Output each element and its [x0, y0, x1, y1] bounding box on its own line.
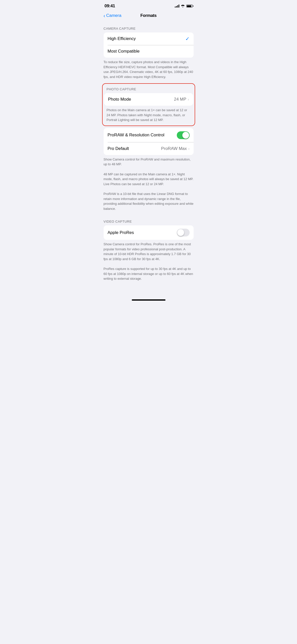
- apple-prores-toggle[interactable]: [177, 229, 190, 236]
- proraw-card: ProRAW & Resolution Control Pro Default …: [104, 128, 194, 155]
- back-button[interactable]: ‹ Camera: [104, 13, 121, 18]
- back-chevron-icon: ‹: [104, 13, 105, 18]
- toggle-knob: [182, 132, 189, 139]
- pro-default-label: Pro Default: [108, 146, 129, 151]
- status-time: 09:41: [105, 4, 115, 9]
- proraw-description2: 48 MP can be captured on the Main camera…: [100, 171, 198, 191]
- pro-default-row[interactable]: Pro Default ProRAW Max ›: [104, 142, 194, 155]
- most-compatible-label: Most Compatible: [108, 49, 140, 54]
- content: CAMERA CAPTURE High Efficiency ✓ Most Co…: [100, 22, 198, 295]
- status-icons: [175, 4, 193, 8]
- home-indicator: [132, 299, 165, 301]
- camera-capture-section-label: CAMERA CAPTURE: [100, 22, 198, 32]
- photo-capture-description: Photos on the Main camera at 1× can be s…: [103, 106, 195, 126]
- pro-default-value: ProRAW Max: [161, 146, 187, 151]
- pro-default-value-container: ProRAW Max ›: [161, 146, 190, 151]
- signal-icon: [175, 5, 179, 8]
- high-efficiency-checkmark: ✓: [185, 36, 190, 42]
- most-compatible-row[interactable]: Most Compatible: [104, 45, 194, 58]
- video-capture-card: Apple ProRes: [104, 225, 194, 240]
- photo-mode-chevron-icon: ›: [188, 97, 189, 101]
- video-capture-description2: ProRes capture is supported for up to 30…: [100, 265, 198, 285]
- wifi-icon: [181, 4, 185, 8]
- photo-mode-label: Photo Mode: [108, 97, 131, 102]
- proraw-description1: Show Camera control for ProRAW and maxim…: [100, 155, 198, 171]
- photo-capture-highlighted: PHOTO CAPTURE Photo Mode 24 MP › Photos …: [102, 83, 195, 126]
- proraw-label: ProRAW & Resolution Control: [108, 133, 164, 138]
- photo-mode-value: 24 MP: [174, 97, 186, 102]
- nav-bar: ‹ Camera Formats: [100, 11, 198, 22]
- proraw-description3: ProRAW is a 10-bit file that uses the Li…: [100, 190, 198, 215]
- video-capture-description1: Show Camera control for ProRes. ProRes i…: [100, 240, 198, 265]
- apple-prores-row[interactable]: Apple ProRes: [104, 225, 194, 240]
- status-bar: 09:41: [100, 0, 198, 11]
- video-capture-section-label: VIDEO CAPTURE: [100, 215, 198, 225]
- high-efficiency-row[interactable]: High Efficiency ✓: [104, 32, 194, 45]
- photo-mode-row[interactable]: Photo Mode 24 MP ›: [104, 93, 193, 106]
- photo-capture-section-label: PHOTO CAPTURE: [103, 84, 195, 93]
- apple-prores-label: Apple ProRes: [108, 230, 134, 235]
- page-title: Formats: [140, 13, 156, 18]
- high-efficiency-label: High Efficiency: [108, 36, 136, 41]
- pro-default-chevron-icon: ›: [188, 147, 190, 151]
- back-label: Camera: [106, 13, 121, 18]
- proraw-toggle-row[interactable]: ProRAW & Resolution Control: [104, 128, 194, 142]
- camera-capture-card: High Efficiency ✓ Most Compatible: [104, 32, 194, 58]
- photo-mode-value-container: 24 MP ›: [174, 97, 189, 102]
- photo-capture-card: Photo Mode 24 MP ›: [104, 93, 193, 106]
- proraw-toggle[interactable]: [177, 131, 190, 139]
- battery-icon: [186, 5, 193, 8]
- camera-capture-description: To reduce file size, capture photos and …: [100, 58, 198, 83]
- toggle-knob-prores: [177, 229, 184, 236]
